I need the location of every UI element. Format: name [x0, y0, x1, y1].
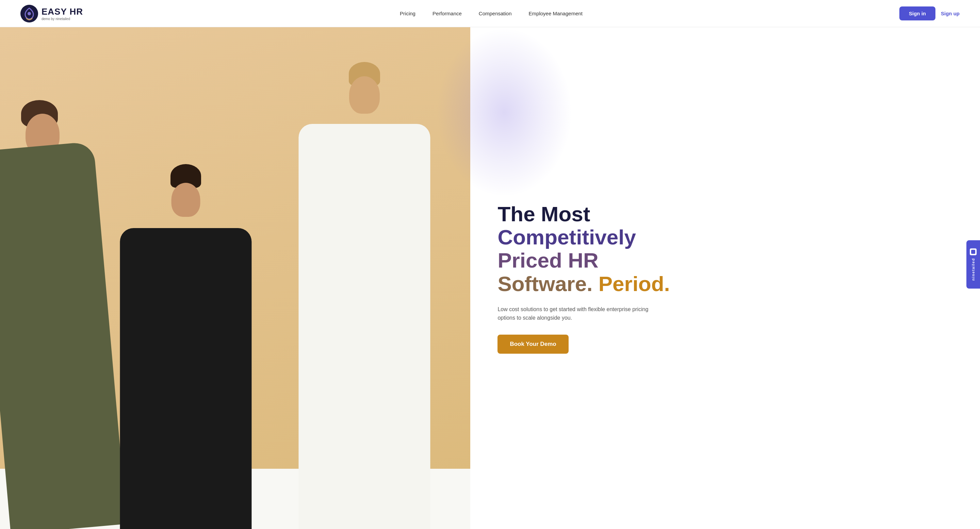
hero-subtitle: Low cost solutions to get started with f… [498, 305, 661, 322]
signup-button[interactable]: Sign up [941, 11, 959, 16]
nav-item-pricing[interactable]: Pricing [400, 11, 415, 17]
demo-button[interactable]: Book Your Demo [498, 335, 568, 354]
people-illustration [0, 27, 470, 529]
person-2 [103, 153, 268, 529]
ninetailed-icon-inner [971, 250, 975, 254]
hero-title-line3: Priced HR [498, 249, 670, 272]
nav-link-pricing[interactable]: Pricing [400, 11, 415, 16]
person-2-body [120, 228, 252, 529]
signin-button[interactable]: Sign in [899, 6, 935, 21]
logo-icon [21, 5, 38, 22]
hero-image [0, 27, 470, 529]
hero-text-block: The Most Competitively Priced HR Softwar… [498, 202, 670, 354]
nav-item-compensation[interactable]: Compensation [479, 11, 512, 17]
ninetailed-label: ninetailed [971, 258, 975, 280]
hero-title: The Most Competitively Priced HR Softwar… [498, 202, 670, 295]
nav-link-performance[interactable]: Performance [433, 11, 462, 16]
hero-content: The Most Competitively Priced HR Softwar… [470, 27, 980, 529]
hero-section: The Most Competitively Priced HR Softwar… [0, 27, 980, 529]
nav-item-performance[interactable]: Performance [433, 11, 462, 17]
person-2-head [172, 183, 200, 217]
logo-text: EASY HR demo by ninetailed [41, 6, 83, 21]
person-3-head [349, 76, 380, 114]
nav-links: Pricing Performance Compensation Employe… [400, 11, 582, 17]
hero-title-software: Software. [498, 272, 592, 295]
hero-title-line4: Software. Period. [498, 272, 670, 295]
nav-link-employee-management[interactable]: Employee Management [529, 11, 582, 16]
ninetailed-icon [970, 249, 977, 255]
nav-link-compensation[interactable]: Compensation [479, 11, 512, 16]
hero-title-line2: Competitively [498, 226, 670, 249]
logo-main-text: EASY HR [41, 6, 83, 17]
hero-title-line1: The Most [498, 202, 670, 226]
logo-sub-text: demo by ninetailed [41, 17, 83, 21]
hero-title-period: Period. [592, 272, 670, 295]
navbar: EASY HR demo by ninetailed Pricing Perfo… [0, 0, 980, 27]
person-3 [282, 53, 447, 529]
person-3-body [299, 124, 430, 529]
svg-point-1 [27, 12, 31, 15]
ninetailed-tab[interactable]: ninetailed [966, 240, 980, 289]
nav-actions: Sign in Sign up [899, 6, 959, 21]
nav-item-employee-management[interactable]: Employee Management [529, 11, 582, 17]
logo-link[interactable]: EASY HR demo by ninetailed [21, 5, 83, 22]
